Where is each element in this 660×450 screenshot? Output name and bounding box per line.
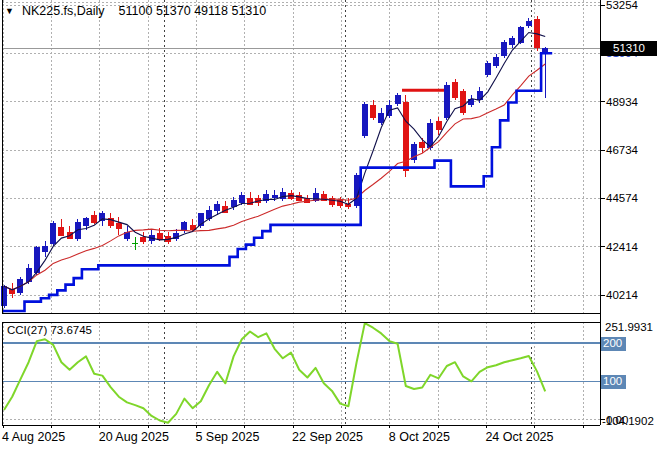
candle-body bbox=[92, 215, 97, 222]
price-axis-label: 44574 bbox=[606, 191, 638, 205]
candle-body bbox=[43, 247, 48, 252]
candles bbox=[2, 16, 548, 308]
candle-body bbox=[239, 196, 244, 203]
candle-body bbox=[379, 113, 384, 122]
candle-body bbox=[51, 223, 56, 243]
candle-body bbox=[215, 205, 220, 211]
candle-body bbox=[354, 176, 359, 206]
current-price-label: 51310 bbox=[601, 41, 657, 56]
candle-body bbox=[485, 63, 490, 75]
month-separators bbox=[164, 0, 531, 425]
date-axis-label: 24 Oct 2025 bbox=[485, 430, 553, 445]
candle-body bbox=[420, 143, 425, 148]
candle-body bbox=[182, 222, 187, 230]
price-gridlines bbox=[2, 2, 600, 295]
pane-borders bbox=[2, 0, 605, 428]
candle-body bbox=[436, 122, 441, 130]
candle-body bbox=[59, 227, 64, 235]
candle-body bbox=[362, 104, 367, 135]
cci-zero-label: 0.00 bbox=[606, 413, 628, 427]
date-axis-label: 4 Aug 2025 bbox=[2, 430, 65, 445]
chart-canvas[interactable] bbox=[0, 0, 660, 450]
candle-body bbox=[494, 57, 499, 65]
date-axis-label: 5 Sep 2025 bbox=[195, 430, 259, 445]
candle-body bbox=[510, 38, 515, 45]
date-axis-label: 22 Sep 2025 bbox=[292, 430, 363, 445]
cci-max-label: 251.9931 bbox=[605, 320, 653, 334]
candle-body bbox=[272, 196, 277, 198]
price-axis-label: 53254 bbox=[606, 0, 638, 12]
cci-level-label: 100 bbox=[601, 375, 626, 389]
symbol-period-label: NK225.fs,Daily bbox=[22, 4, 105, 18]
candle-body bbox=[453, 83, 458, 97]
price-axis-label: 48934 bbox=[606, 95, 638, 109]
candle-body bbox=[116, 223, 121, 228]
candle-body bbox=[141, 237, 146, 241]
chart-dropdown-icon[interactable]: ▼ bbox=[5, 6, 14, 16]
candle-body bbox=[157, 233, 162, 239]
price-axis-label: 40214 bbox=[606, 288, 638, 302]
candle-body bbox=[395, 96, 400, 104]
price-axis-label: 46734 bbox=[606, 143, 638, 157]
candle-body bbox=[444, 85, 449, 118]
stop-step-line bbox=[2, 53, 552, 311]
candle-body bbox=[190, 225, 195, 229]
chart-title: ▼NK225.fs,Daily51100 51370 49118 51310 bbox=[5, 4, 266, 18]
candle-body bbox=[207, 211, 212, 218]
candle-body bbox=[461, 92, 466, 112]
date-axis-label: 8 Oct 2025 bbox=[389, 430, 450, 445]
candle-body bbox=[526, 22, 531, 25]
cci-level-label: 200 bbox=[601, 337, 626, 351]
candle-body bbox=[371, 105, 376, 117]
candle-body bbox=[289, 194, 294, 199]
candle-body bbox=[502, 42, 507, 55]
price-axis-label: 42414 bbox=[606, 240, 638, 254]
ohlc-values: 51100 51370 49118 51310 bbox=[119, 4, 267, 18]
cci-line bbox=[4, 323, 545, 423]
trading-chart-window: ▼NK225.fs,Daily51100 51370 49118 51310 5… bbox=[0, 0, 660, 450]
date-axis-label: 20 Aug 2025 bbox=[99, 430, 169, 445]
cci-indicator-label: CCI(27) 73.6745 bbox=[7, 324, 92, 336]
candle-body bbox=[84, 218, 89, 225]
